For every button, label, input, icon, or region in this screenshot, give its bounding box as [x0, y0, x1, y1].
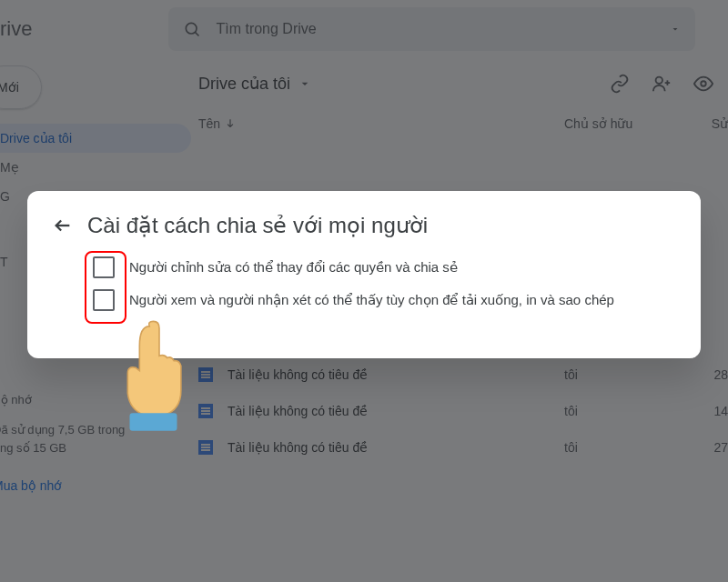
svg-rect-7 — [130, 413, 177, 431]
option-editors-can-change[interactable]: Người chỉnh sửa có thể thay đổi các quyề… — [93, 256, 675, 278]
option-label: Người chỉnh sửa có thể thay đổi các quyề… — [129, 256, 458, 278]
checkbox-1[interactable] — [93, 256, 115, 278]
option-label: Người xem và người nhận xét có thể thấy … — [129, 289, 614, 311]
modal-overlay: Cài đặt cách chia sẻ với mọi người Người… — [0, 0, 728, 582]
pointing-hand-icon — [109, 316, 209, 435]
share-settings-modal: Cài đặt cách chia sẻ với mọi người Người… — [27, 191, 701, 358]
modal-title: Cài đặt cách chia sẻ với mọi người — [87, 213, 428, 238]
back-arrow-icon[interactable] — [53, 216, 73, 236]
checkbox-2[interactable] — [93, 289, 115, 311]
option-viewers-can-download[interactable]: Người xem và người nhận xét có thể thấy … — [93, 289, 675, 311]
